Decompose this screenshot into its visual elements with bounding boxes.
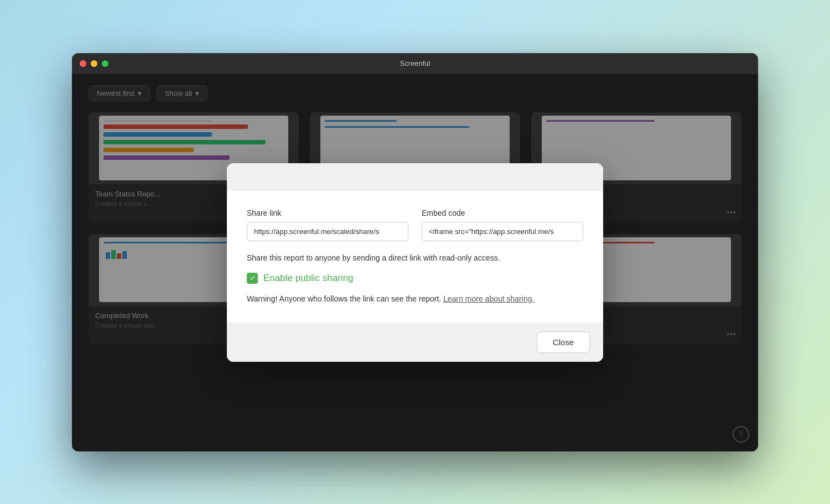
share-description: Share this report to anyone by sending a…: [247, 252, 583, 264]
checkmark-icon: ✓: [250, 274, 256, 282]
close-button[interactable]: Close: [537, 331, 590, 353]
app-content: Newest first ▾ Show all ▾: [72, 74, 758, 451]
share-fields: Share link Embed code: [247, 209, 583, 241]
enable-sharing-row: ✓ Enable public sharing: [247, 273, 583, 284]
learn-more-link[interactable]: Learn more about sharing.: [443, 294, 534, 303]
maximize-window-button[interactable]: [102, 60, 108, 67]
warning-text: Warning! Anyone who follows the link can…: [247, 293, 583, 305]
enable-sharing-label: Enable public sharing: [263, 273, 354, 284]
modal-header: [227, 163, 603, 191]
embed-code-input[interactable]: [422, 222, 583, 241]
modal-footer: Close: [227, 323, 603, 362]
share-link-field: Share link: [247, 209, 408, 241]
modal-overlay: Share link Embed code Share this report …: [72, 74, 758, 451]
traffic-lights: [80, 60, 108, 67]
minimize-window-button[interactable]: [91, 60, 97, 67]
app-window: Screenful Newest first ▾ Show all ▾: [72, 53, 758, 451]
warning-message: Warning! Anyone who follows the link can…: [247, 294, 441, 303]
share-modal: Share link Embed code Share this report …: [227, 163, 603, 362]
embed-code-field: Embed code: [422, 209, 583, 241]
modal-body: Share link Embed code Share this report …: [227, 191, 603, 323]
embed-code-label: Embed code: [422, 209, 583, 217]
close-window-button[interactable]: [80, 60, 86, 67]
window-title: Screenful: [400, 59, 430, 67]
title-bar: Screenful: [72, 53, 758, 74]
share-link-label: Share link: [247, 209, 408, 217]
enable-sharing-checkbox[interactable]: ✓: [247, 273, 258, 284]
share-link-input[interactable]: [247, 222, 408, 241]
